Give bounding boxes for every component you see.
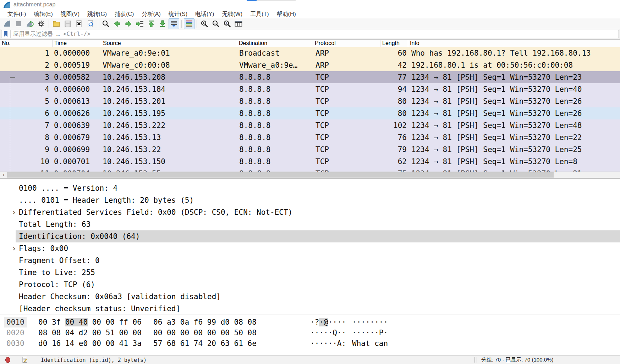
cell-no: 2: [0, 59, 53, 71]
last-packet-button[interactable]: [157, 18, 168, 29]
start-capture-button[interactable]: [2, 18, 12, 29]
cell-info: 1234 → 81 [PSH] Seq=1 Win=53270 Len=23: [408, 71, 620, 83]
expander-icon[interactable]: ›: [12, 206, 16, 218]
expert-info-icon[interactable]: [5, 357, 11, 364]
auto-scroll-button[interactable]: [169, 18, 179, 29]
menu-item-6[interactable]: 统计(S): [165, 10, 191, 19]
detail-line-5[interactable]: ›Flags: 0x00: [0, 242, 620, 254]
filter-placeholder: 应用显示过滤器 … <Ctrl-/>: [13, 30, 90, 38]
detail-line-9[interactable]: Header Checksum: 0x06a3 [validation disa…: [0, 291, 620, 303]
first-packet-button[interactable]: [146, 18, 157, 29]
first-packet-icon: [147, 19, 155, 28]
cell-info: 1234 → 81 [PSH] Seq=1 Win=53270 Len=40: [408, 83, 620, 95]
cell-protocol: TCP: [313, 156, 380, 168]
display-filter-input[interactable]: 应用显示过滤器 … <Ctrl-/>: [1, 30, 619, 38]
column-header-destination[interactable]: Destination: [237, 40, 313, 47]
packet-row-2[interactable]: 20.000519VMware_c0:00:08VMware_a0:9e…ARP…: [0, 59, 620, 71]
status-field-info: Identification (ip.id), 2 byte(s): [41, 357, 147, 363]
cell-protocol: TCP: [313, 83, 380, 95]
stop-capture-button[interactable]: [13, 18, 24, 29]
scrollbar-thumb[interactable]: [7, 172, 554, 178]
expander-icon[interactable]: ›: [12, 242, 16, 254]
reload-file-icon: [86, 19, 95, 28]
hex-row-0010[interactable]: 001000 3f 00 40 00 00 ff 0606 a3 0a f6 9…: [0, 317, 620, 327]
capture-options-button[interactable]: [36, 18, 46, 29]
detail-line-1[interactable]: .... 0101 = Header Length: 20 bytes (5): [0, 194, 620, 206]
resize-columns-button[interactable]: [233, 18, 244, 29]
close-file-button[interactable]: [74, 18, 84, 29]
cell-protocol: TCP: [313, 119, 380, 131]
packet-detail-pane: 0100 .... = Version: 4.... 0101 = Header…: [0, 178, 620, 314]
zoom-in-button[interactable]: [199, 18, 210, 29]
column-header-info[interactable]: Info: [408, 40, 620, 47]
detail-line-4[interactable]: Identification: 0x0040 (64): [16, 230, 620, 242]
hex-row-0020[interactable]: 002008 08 04 d2 00 51 00 0000 00 00 00 0…: [0, 327, 620, 338]
packet-row-1[interactable]: 10.000000VMware_a0:9e:01BroadcastARP60Wh…: [0, 47, 620, 59]
restart-capture-button[interactable]: [24, 18, 35, 29]
next-packet-button[interactable]: [123, 18, 134, 29]
cell-destination: 8.8.8.8: [237, 144, 313, 156]
zoom-original-button[interactable]: 1: [222, 18, 232, 29]
packet-row-8[interactable]: 80.00067910.246.153.138.8.8.8TCP761234 →…: [0, 131, 620, 144]
menu-item-10[interactable]: 帮助(H): [273, 10, 300, 19]
cell-destination: Broadcast: [237, 47, 313, 59]
cell-no: 9: [0, 144, 53, 156]
zoom-out-icon: [212, 19, 220, 28]
column-header-source[interactable]: Source: [101, 40, 237, 47]
packet-row-10[interactable]: 100.00070110.246.153.1508.8.8.8TCP621234…: [0, 156, 620, 168]
zoom-out-button[interactable]: [210, 18, 221, 29]
go-to-packet-button[interactable]: [135, 18, 145, 29]
horizontal-scrollbar[interactable]: ‹: [0, 172, 620, 178]
menu-item-3[interactable]: 跳转(G): [83, 10, 111, 19]
packet-row-9[interactable]: 90.00069910.246.153.228.8.8.8TCP791234 →…: [0, 144, 620, 156]
menu-item-2[interactable]: 视图(V): [57, 10, 83, 19]
menu-item-0[interactable]: 文件(F): [4, 10, 30, 19]
reload-file-button[interactable]: [85, 18, 96, 29]
column-header-length[interactable]: Length: [380, 40, 408, 47]
packet-row-7[interactable]: 70.00063910.246.153.2228.8.8.8TCP1021234…: [0, 119, 620, 131]
packet-row-6[interactable]: 60.00062610.246.153.1958.8.8.8TCP801234 …: [0, 107, 620, 119]
cell-info: 1234 → 81 [PSH] Seq=1 Win=53270 Len=48: [408, 119, 620, 131]
capture-comment-icon[interactable]: [22, 357, 28, 364]
hex-offset: 0020: [6, 327, 24, 338]
scrollbar-left-arrow[interactable]: ‹: [1, 172, 6, 178]
cell-source: 10.246.153.195: [101, 107, 237, 119]
packet-row-5[interactable]: 50.00061310.246.153.2018.8.8.8TCP801234 …: [0, 95, 620, 107]
column-header-no[interactable]: No.: [0, 40, 53, 47]
column-header-protocol[interactable]: Protocol: [313, 40, 380, 47]
previous-packet-button[interactable]: [112, 18, 122, 29]
detail-line-8[interactable]: Protocol: TCP (6): [0, 279, 620, 291]
hex-row-0030[interactable]: 0030d0 16 14 e0 00 00 41 3a57 68 61 74 2…: [0, 338, 620, 349]
packet-row-4[interactable]: 40.00060010.246.153.1848.8.8.8TCP941234 …: [0, 83, 620, 95]
cell-destination: 8.8.8.8: [237, 119, 313, 131]
packet-row-11[interactable]: 110.00070410.246.153.558.8.8.8TCP751234 …: [0, 168, 620, 172]
column-header-time[interactable]: Time: [53, 40, 101, 47]
packet-row-3[interactable]: 30.00058210.246.153.2088.8.8.8TCP771234 …: [0, 71, 620, 83]
menu-item-1[interactable]: 编辑(E): [30, 10, 56, 19]
menu-item-4[interactable]: 捕获(C): [111, 10, 138, 19]
colorize-button[interactable]: [184, 18, 194, 29]
menu-item-5[interactable]: 分析(A): [138, 10, 164, 19]
cell-time: 0.000600: [53, 83, 101, 95]
save-file-button[interactable]: [62, 18, 73, 29]
open-file-button[interactable]: [51, 18, 62, 29]
menu-item-9[interactable]: 工具(T): [246, 10, 273, 19]
cell-source: 10.246.153.201: [101, 95, 237, 107]
detail-line-10[interactable]: [Header checksum status: Unverified]: [0, 303, 620, 314]
detail-line-3[interactable]: Total Length: 63: [0, 218, 620, 230]
close-file-icon: [75, 19, 83, 28]
detail-line-2[interactable]: ›Differentiated Services Field: 0x00 (DS…: [0, 206, 620, 218]
find-packet-button[interactable]: [100, 18, 111, 29]
menu-item-8[interactable]: 无线(W): [218, 10, 246, 19]
detail-line-7[interactable]: Time to Live: 255: [0, 267, 620, 279]
detail-line-6[interactable]: Fragment Offset: 0: [0, 254, 620, 267]
filter-bookmark-icon[interactable]: [3, 31, 8, 37]
restart-capture-icon: [26, 19, 34, 28]
hex-bytes: 08 08 04 d2 00 51 00 00: [38, 327, 142, 338]
svg-text:1: 1: [225, 21, 227, 25]
packet-list-header: No.TimeSourceDestinationProtocolLengthIn…: [0, 40, 620, 47]
detail-line-0[interactable]: 0100 .... = Version: 4: [0, 182, 620, 194]
cell-no: 6: [0, 107, 53, 119]
cell-info: 1234 → 81 [PSH] Seq=1 Win=53270 Len=21: [408, 168, 620, 172]
menu-item-7[interactable]: 电话(Y): [191, 10, 218, 19]
